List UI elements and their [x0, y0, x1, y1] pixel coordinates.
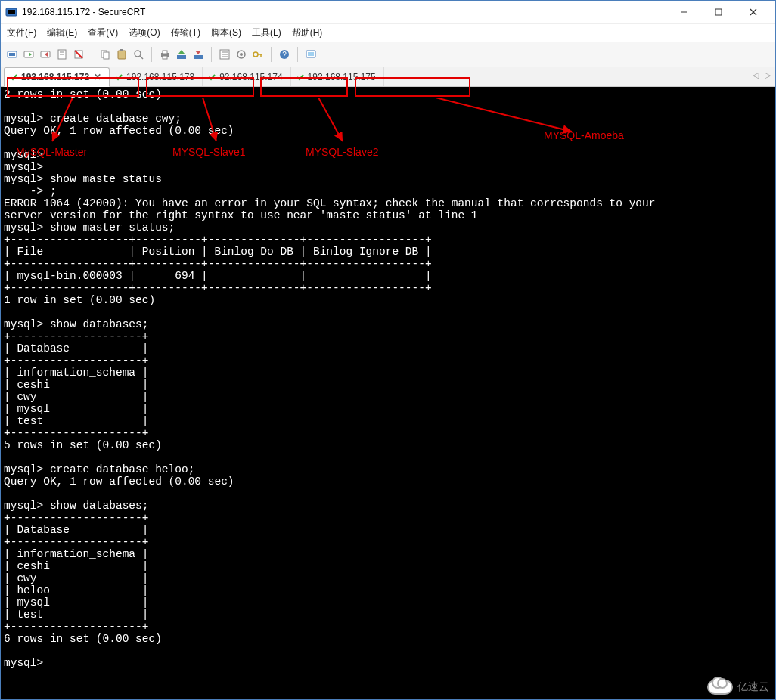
settings-icon[interactable]: [234, 48, 248, 61]
cloud-icon: [707, 680, 733, 695]
check-icon: [207, 73, 216, 82]
svg-point-37: [253, 52, 258, 57]
upload-icon[interactable]: [175, 48, 188, 61]
check-icon: [296, 73, 305, 82]
svg-point-36: [240, 53, 243, 56]
menu-script[interactable]: 脚本(S): [211, 26, 241, 39]
options-icon[interactable]: [218, 48, 231, 61]
svg-rect-21: [120, 49, 123, 51]
copy-icon[interactable]: [98, 48, 112, 61]
window-controls: [666, 1, 771, 23]
session-tab-172[interactable]: 192.168.115.172 ✕: [4, 67, 110, 87]
svg-rect-8: [9, 53, 15, 56]
disconnect-icon[interactable]: [72, 48, 85, 61]
paste-icon[interactable]: [115, 48, 129, 61]
menu-edit[interactable]: 编辑(E): [47, 26, 77, 39]
key-icon[interactable]: [251, 48, 265, 61]
title-bar: 192.168.115.172 - SecureCRT: [1, 1, 775, 23]
svg-point-22: [135, 51, 141, 57]
svg-rect-19: [104, 52, 109, 59]
menu-bar: 文件(F) 编辑(E) 查看(V) 选项(O) 传输(T) 脚本(S) 工具(L…: [1, 23, 775, 42]
maximize-button[interactable]: [701, 1, 736, 23]
close-icon[interactable]: ✕: [94, 72, 101, 82]
toolbar-separator: [211, 47, 212, 62]
menu-file[interactable]: 文件(F): [7, 26, 36, 39]
svg-rect-1: [8, 10, 15, 14]
toolbar-separator: [271, 47, 272, 62]
svg-text:?: ?: [282, 51, 287, 59]
menu-help[interactable]: 帮助(H): [292, 26, 323, 39]
tab-label: 192.168.115.172: [21, 72, 89, 82]
menu-transfer[interactable]: 传输(T): [171, 26, 200, 39]
print-icon[interactable]: [158, 48, 172, 61]
toolbar: ?: [1, 42, 775, 67]
svg-rect-43: [308, 52, 314, 56]
help-icon[interactable]: ?: [278, 48, 291, 61]
quick-connect-icon[interactable]: [22, 48, 36, 61]
svg-rect-4: [715, 9, 722, 15]
tab-nav-right-icon[interactable]: ▷: [765, 70, 771, 80]
session-tab-173[interactable]: 192.168.115.173: [110, 67, 203, 86]
connect-icon[interactable]: [5, 48, 19, 61]
screen-icon[interactable]: [304, 48, 318, 61]
watermark-text: 亿速云: [737, 680, 769, 694]
tab-label: 92.168.115.174: [219, 72, 282, 82]
app-window: 192.168.115.172 - SecureCRT 文件(F) 编辑(E) …: [0, 0, 776, 700]
svg-line-23: [140, 56, 143, 59]
terminal-output[interactable]: 2 rows in set (0.00 sec) mysql> create d…: [1, 87, 775, 699]
svg-marker-28: [178, 50, 185, 54]
window-title: 192.168.115.172 - SecureCRT: [22, 7, 666, 17]
svg-marker-30: [195, 51, 201, 54]
menu-tool[interactable]: 工具(L): [252, 26, 281, 39]
close-button[interactable]: [736, 1, 771, 23]
check-icon: [9, 73, 18, 82]
toolbar-separator: [151, 47, 152, 62]
download-icon[interactable]: [191, 48, 205, 61]
tab-label: 192.168.115.173: [126, 72, 194, 82]
svg-rect-2: [8, 11, 13, 11]
app-icon: [5, 6, 17, 18]
toolbar-separator: [297, 47, 298, 62]
svg-rect-29: [194, 55, 203, 59]
session-icon[interactable]: [55, 48, 69, 61]
session-tab-175[interactable]: 192.168.115.175: [291, 67, 384, 86]
reconnect-icon[interactable]: [39, 48, 52, 61]
menu-option[interactable]: 选项(O): [129, 26, 160, 39]
session-tabs: 192.168.115.172 ✕ 192.168.115.173 92.168…: [1, 67, 775, 87]
session-tab-174[interactable]: 92.168.115.174: [203, 67, 290, 86]
watermark: 亿速云: [707, 680, 769, 695]
find-icon[interactable]: [132, 48, 145, 61]
svg-rect-25: [163, 51, 167, 54]
svg-rect-20: [118, 51, 126, 59]
toolbar-separator: [92, 47, 92, 62]
check-icon: [114, 73, 123, 82]
svg-rect-27: [177, 55, 186, 59]
minimize-button[interactable]: [666, 1, 701, 23]
tab-label: 192.168.115.175: [308, 72, 376, 82]
svg-rect-26: [163, 56, 167, 59]
menu-view[interactable]: 查看(V): [88, 26, 118, 39]
tab-nav-left-icon[interactable]: ◁: [753, 70, 759, 80]
tab-nav-arrows: ◁ ▷: [753, 70, 771, 80]
